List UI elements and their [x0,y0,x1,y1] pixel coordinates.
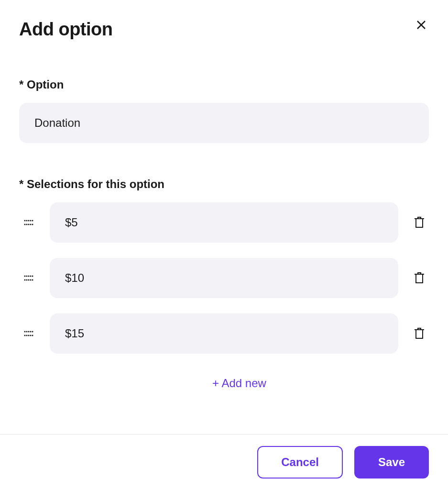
close-button[interactable] [414,17,429,33]
svg-point-32 [30,335,32,336]
svg-point-15 [28,276,30,277]
svg-point-2 [24,220,26,222]
svg-point-25 [26,331,28,333]
trash-icon [414,216,425,229]
svg-point-20 [28,279,30,281]
selection-input[interactable] [50,313,398,354]
svg-point-3 [26,220,28,222]
svg-point-31 [28,335,30,336]
modal-header: Add option [19,19,429,40]
selection-row [19,313,429,354]
svg-point-9 [28,224,30,225]
close-icon [415,19,427,31]
selection-input[interactable] [50,202,398,243]
modal-footer: Cancel Save [0,434,448,490]
svg-point-6 [32,220,33,222]
svg-point-11 [32,224,33,225]
drag-handle-icon [24,331,33,336]
selection-row [19,258,429,298]
svg-point-24 [24,331,26,333]
svg-point-4 [28,220,30,222]
svg-point-10 [30,224,32,225]
svg-point-5 [30,220,32,222]
svg-point-33 [32,335,33,336]
svg-point-19 [26,279,28,281]
svg-point-22 [32,279,33,281]
svg-point-27 [30,331,32,333]
save-button[interactable]: Save [354,446,429,479]
drag-handle-icon [24,220,33,225]
svg-point-29 [24,335,26,336]
option-section: * Option [19,78,429,143]
trash-icon [414,272,425,284]
delete-selection-button[interactable] [410,270,429,286]
modal-title: Add option [19,19,112,40]
svg-point-13 [24,276,26,277]
add-new-selection-button[interactable]: + Add new [50,373,429,394]
svg-point-30 [26,335,28,336]
option-label: * Option [19,78,429,91]
svg-point-17 [32,276,33,277]
svg-point-21 [30,279,32,281]
delete-selection-button[interactable] [410,214,429,231]
drag-handle[interactable] [19,275,38,281]
trash-icon [414,327,425,340]
selections-section: * Selections for this option [19,178,429,394]
svg-point-8 [26,224,28,225]
selections-container: + Add new [19,202,429,394]
svg-point-14 [26,276,28,277]
cancel-button[interactable]: Cancel [257,446,343,479]
selections-label: * Selections for this option [19,178,429,191]
delete-selection-button[interactable] [410,325,429,342]
svg-point-7 [24,224,26,225]
option-input[interactable] [19,103,429,143]
drag-handle-icon [24,275,33,281]
svg-point-26 [28,331,30,333]
svg-point-16 [30,276,32,277]
drag-handle[interactable] [19,331,38,336]
selection-input[interactable] [50,258,398,298]
svg-point-28 [32,331,33,333]
modal-container: Add option * Option * Selections for thi… [0,0,448,490]
drag-handle[interactable] [19,220,38,225]
selection-row [19,202,429,243]
svg-point-18 [24,279,26,281]
